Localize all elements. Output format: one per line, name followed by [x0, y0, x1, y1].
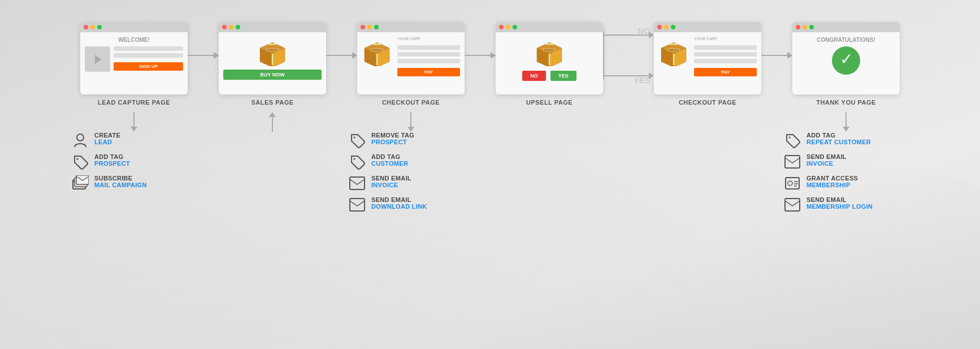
arrow-head — [214, 52, 219, 59]
checkout-field-4 — [694, 45, 757, 50]
top-flow: WELCOME! SIGN UP LEAD CAPTURE PAGE — [0, 0, 980, 112]
upsell-browser: FRAGILE NO YES — [496, 22, 603, 94]
cart-label-1: YOUR CART — [397, 37, 460, 41]
action-label-remove: REMOVE TAG — [371, 132, 414, 139]
arrow-line — [465, 55, 491, 56]
yes-button[interactable]: YES — [550, 71, 576, 81]
dot-red — [222, 25, 227, 29]
arrow-down-co1 — [407, 112, 414, 132]
tag-icon-3 — [349, 153, 366, 170]
checkout-field-3 — [397, 59, 460, 63]
action-value-invoice-1: INVOICE — [371, 182, 411, 188]
action-label-subscribe: SUBSCRIBE — [94, 175, 147, 182]
sales-column: FRAGILE BUY NOW SALES PAGE — [219, 22, 326, 106]
action-text-send-invoice-1: SEND EMAIL INVOICE — [371, 175, 411, 188]
arrow-down-lcp — [131, 112, 137, 132]
pay-button-1[interactable]: PAY — [397, 68, 460, 76]
dot-green — [236, 25, 240, 29]
arrow-line — [410, 112, 411, 127]
action-text-add-tag-p: ADD TAG PROSPECT — [94, 153, 130, 167]
arrow-sales-checkout1 — [326, 52, 357, 76]
svg-rect-35 — [350, 177, 365, 189]
arrow-down-ty — [843, 112, 849, 132]
svg-text:FRAGILE: FRAGILE — [544, 49, 554, 51]
signup-button[interactable]: SIGN UP — [114, 62, 183, 71]
package-icon-co1: FRAGILE — [362, 37, 393, 66]
arrow-checkout2-thankyou — [761, 52, 792, 76]
svg-point-34 — [354, 158, 355, 160]
branch-connector: NO YES — [603, 16, 654, 112]
svg-text:FRAGILE: FRAGILE — [267, 49, 277, 51]
action-label-add-tag-1: ADD TAG — [94, 153, 130, 160]
svg-point-40 — [788, 181, 792, 186]
dot-yellow — [367, 25, 372, 29]
package-icon-co2: FRAGILE — [658, 37, 690, 66]
checkout1-label: CHECKOUT PAGE — [382, 99, 440, 106]
browser-titlebar — [80, 22, 188, 32]
action-label-send-2: SEND EMAIL — [371, 196, 427, 203]
dot-yellow — [506, 25, 510, 29]
checkout2-content: FRAGILE YOUR CART PAY — [654, 32, 761, 94]
action-value-membership: MEMBERSHIP — [806, 182, 858, 188]
arrow-head-up — [269, 112, 276, 117]
svg-point-33 — [354, 137, 355, 139]
arrow-line — [133, 112, 135, 127]
action-send-email-login: SEND EMAIL MEMBERSHIP LOGIN — [784, 196, 908, 213]
checkout1-browser: FRAGILE YOUR CART PAY — [357, 22, 465, 94]
action-label-grant: GRANT ACCESS — [806, 175, 858, 182]
main-layout: WELCOME! SIGN UP LEAD CAPTURE PAGE — [0, 0, 980, 349]
arrow-head — [787, 52, 792, 59]
arrow-head — [131, 127, 137, 132]
email-icon-4 — [784, 196, 801, 213]
dot-green — [513, 25, 517, 29]
action-text-grant: GRANT ACCESS MEMBERSHIP — [806, 175, 858, 188]
dot-red — [84, 25, 88, 29]
lead-capture-actions-col: CREATE LEAD ADD TAG PROSPECT — [80, 112, 188, 192]
action-send-email-download: SEND EMAIL DOWNLOAD LINK — [349, 196, 473, 213]
action-send-email-invoice-1: SEND EMAIL INVOICE — [349, 175, 473, 192]
pay-button-2[interactable]: PAY — [694, 68, 757, 76]
tag-icon-1 — [72, 153, 89, 170]
email-icon-1 — [349, 175, 366, 192]
thankyou-actions: ADD TAG REPEAT CUSTOMER SEND EMAIL IN — [784, 132, 908, 213]
action-text-send-invoice-2: SEND EMAIL INVOICE — [806, 153, 847, 167]
action-label-add-tag-3: ADD TAG — [806, 132, 871, 139]
action-text-send-download: SEND EMAIL DOWNLOAD LINK — [371, 196, 427, 210]
browser-titlebar-up — [496, 22, 603, 32]
lcp-fields: SIGN UP — [114, 46, 183, 71]
badge-icon — [784, 175, 801, 192]
arrow-line — [272, 117, 273, 132]
bottom-flow: CREATE LEAD ADD TAG PROSPECT — [0, 112, 980, 213]
arrow-line — [845, 112, 847, 127]
browser-titlebar-co1 — [357, 22, 465, 32]
action-label-send-1: SEND EMAIL — [371, 175, 411, 182]
checkout2-label: CHECKOUT PAGE — [679, 99, 736, 106]
svg-point-37 — [789, 137, 791, 139]
field-line-2 — [114, 53, 183, 58]
svg-rect-36 — [350, 199, 365, 211]
arrow-line — [326, 55, 352, 56]
cart-label-2: YOUR CART — [694, 37, 757, 41]
buy-now-button[interactable]: BUY NOW — [223, 70, 322, 80]
action-text-add-tag-c: ADD TAG CUSTOMER — [371, 153, 408, 167]
checkout-field-6 — [694, 59, 757, 63]
upsell-label: UPSELL PAGE — [526, 99, 573, 106]
action-text-remove-tag: REMOVE TAG PROSPECT — [371, 132, 414, 145]
browser-titlebar-sales — [219, 22, 326, 32]
action-subscribe: SUBSCRIBE MAIL CAMPAIGN — [72, 175, 196, 192]
tag-icon-2 — [349, 132, 366, 149]
checkout1-column: FRAGILE YOUR CART PAY CHECKOUT PAGE — [357, 22, 465, 106]
arrow-head — [352, 52, 357, 59]
arrow-lcp-sales — [188, 52, 219, 76]
dot-yellow — [229, 25, 233, 29]
arrow-line — [761, 55, 787, 56]
package-icon: FRAGILE — [257, 37, 288, 66]
checkout-field-1 — [397, 45, 460, 50]
lcp-body: SIGN UP — [85, 46, 183, 72]
action-value-membership-login: MEMBERSHIP LOGIN — [806, 203, 873, 210]
action-create-lead: CREATE LEAD — [72, 132, 196, 149]
action-label-send-3: SEND EMAIL — [806, 153, 847, 160]
play-icon — [95, 55, 102, 64]
no-button[interactable]: NO — [522, 71, 546, 81]
lead-capture-browser: WELCOME! SIGN UP — [80, 22, 188, 94]
